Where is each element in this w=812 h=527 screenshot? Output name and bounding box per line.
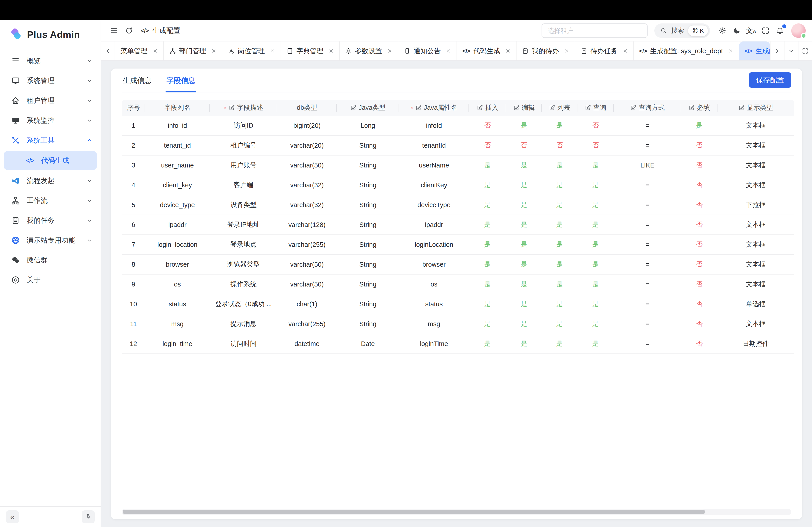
save-config-button[interactable]: 保存配置 <box>749 72 791 88</box>
cell-list-row-3[interactable]: 是 <box>542 155 577 175</box>
cell-required-row-12[interactable]: 否 <box>681 334 717 354</box>
cell-description-row-5[interactable]: 设备类型 <box>210 195 277 215</box>
page-tab-4[interactable]: 参数设置 <box>340 42 398 60</box>
cell-description-row-12[interactable]: 访问时间 <box>210 334 277 354</box>
cell-list-row-1[interactable]: 是 <box>542 116 577 136</box>
cell-description-row-1[interactable]: 访问ID <box>210 116 277 136</box>
column-header-display_type[interactable]: 显示类型 <box>717 100 794 116</box>
cell-list-row-2[interactable]: 否 <box>542 136 577 155</box>
cell-description-row-7[interactable]: 登录地点 <box>210 235 277 255</box>
cell-display_type-row-8[interactable]: 文本框 <box>717 255 794 274</box>
cell-required-row-7[interactable]: 否 <box>681 235 717 255</box>
cell-display_type-row-5[interactable]: 下拉框 <box>717 195 794 215</box>
cell-required-row-6[interactable]: 否 <box>681 215 717 235</box>
page-tab-8[interactable]: 待办任务 <box>575 42 634 60</box>
cell-query-row-1[interactable]: 否 <box>577 116 614 136</box>
horizontal-scrollbar-track[interactable] <box>122 509 791 515</box>
cell-java_type-row-12[interactable]: Date <box>337 334 399 354</box>
cell-java_field-row-8[interactable]: browser <box>399 255 469 274</box>
cell-java_field-row-6[interactable]: ipaddr <box>399 215 469 235</box>
cell-java_type-row-6[interactable]: String <box>337 215 399 235</box>
cell-query-row-6[interactable]: 是 <box>577 215 614 235</box>
cell-edit-row-2[interactable]: 否 <box>506 136 542 155</box>
sidebar-item-sub-5[interactable]: </>代码生成 <box>4 151 97 170</box>
cell-java_type-row-1[interactable]: Long <box>337 116 399 136</box>
cell-edit-row-6[interactable]: 是 <box>506 215 542 235</box>
close-icon[interactable] <box>564 48 569 54</box>
close-icon[interactable] <box>728 48 733 54</box>
cell-java_type-row-5[interactable]: String <box>337 195 399 215</box>
cell-query_type-row-11[interactable]: = <box>614 314 681 334</box>
sidebar-item-1[interactable]: 系统管理 <box>0 71 101 91</box>
cell-query_type-row-3[interactable]: LIKE <box>614 155 681 175</box>
page-tab-7[interactable]: 我的待办 <box>517 42 575 60</box>
sidebar-pin-button[interactable] <box>82 510 95 523</box>
content-fullscreen-button[interactable] <box>798 42 812 60</box>
cell-description-row-6[interactable]: 登录IP地址 <box>210 215 277 235</box>
sidebar-item-2[interactable]: 租户管理 <box>0 91 101 110</box>
cell-description-row-10[interactable]: 登录状态（0成功 ... <box>210 295 277 314</box>
close-icon[interactable] <box>153 48 158 54</box>
cell-required-row-4[interactable]: 否 <box>681 175 717 195</box>
cell-edit-row-8[interactable]: 是 <box>506 255 542 274</box>
language-button[interactable]: 文A <box>745 24 757 37</box>
cell-list-row-7[interactable]: 是 <box>542 235 577 255</box>
cell-display_type-row-10[interactable]: 单选框 <box>717 295 794 314</box>
close-icon[interactable] <box>270 48 275 54</box>
page-tab-10[interactable]: </>生成配置: sys_lo <box>739 42 770 60</box>
cell-insert-row-12[interactable]: 是 <box>469 334 506 354</box>
cell-insert-row-11[interactable]: 是 <box>469 314 506 334</box>
cell-insert-row-2[interactable]: 否 <box>469 136 506 155</box>
close-icon[interactable] <box>446 48 451 54</box>
cell-required-row-1[interactable]: 是 <box>681 116 717 136</box>
cell-edit-row-1[interactable]: 是 <box>506 116 542 136</box>
content-tab-0[interactable]: 生成信息 <box>122 76 153 92</box>
cell-query-row-5[interactable]: 是 <box>577 195 614 215</box>
cell-query-row-9[interactable]: 是 <box>577 274 614 295</box>
refresh-button[interactable] <box>123 24 135 37</box>
cell-edit-row-5[interactable]: 是 <box>506 195 542 215</box>
cell-java_type-row-4[interactable]: String <box>337 175 399 195</box>
cell-query_type-row-9[interactable]: = <box>614 274 681 295</box>
close-icon[interactable] <box>387 48 392 54</box>
cell-edit-row-11[interactable]: 是 <box>506 314 542 334</box>
column-header-edit[interactable]: 编辑 <box>506 100 542 116</box>
cell-insert-row-9[interactable]: 是 <box>469 274 506 295</box>
cell-query_type-row-6[interactable]: = <box>614 215 681 235</box>
cell-query_type-row-8[interactable]: = <box>614 255 681 274</box>
cell-edit-row-10[interactable]: 是 <box>506 295 542 314</box>
page-tab-0[interactable]: 菜单管理 <box>115 42 164 60</box>
cell-required-row-3[interactable]: 否 <box>681 155 717 175</box>
cell-query_type-row-10[interactable]: = <box>614 295 681 314</box>
cell-list-row-6[interactable]: 是 <box>542 215 577 235</box>
cell-insert-row-3[interactable]: 是 <box>469 155 506 175</box>
sidebar-item-9[interactable]: 演示站专用功能 <box>0 230 101 250</box>
cell-query-row-2[interactable]: 否 <box>577 136 614 155</box>
close-icon[interactable] <box>505 48 511 54</box>
column-header-description[interactable]: *字段描述 <box>210 100 277 116</box>
cell-display_type-row-12[interactable]: 日期控件 <box>717 334 794 354</box>
cell-edit-row-4[interactable]: 是 <box>506 175 542 195</box>
cell-edit-row-3[interactable]: 是 <box>506 155 542 175</box>
cell-description-row-8[interactable]: 浏览器类型 <box>210 255 277 274</box>
avatar[interactable] <box>791 24 806 38</box>
cell-java_field-row-10[interactable]: status <box>399 295 469 314</box>
cell-java_type-row-2[interactable]: String <box>337 136 399 155</box>
sidebar-item-3[interactable]: 系统监控 <box>0 110 101 130</box>
sidebar-item-6[interactable]: 流程发起 <box>0 171 101 191</box>
column-header-java_type[interactable]: Java类型 <box>337 100 399 116</box>
cell-display_type-row-9[interactable]: 文本框 <box>717 274 794 295</box>
cell-java_type-row-7[interactable]: String <box>337 235 399 255</box>
cell-java_field-row-1[interactable]: infoId <box>399 116 469 136</box>
cell-display_type-row-4[interactable]: 文本框 <box>717 175 794 195</box>
settings-button[interactable] <box>716 24 728 37</box>
cell-required-row-2[interactable]: 否 <box>681 136 717 155</box>
page-tab-1[interactable]: 部门管理 <box>164 42 222 60</box>
cell-required-row-11[interactable]: 否 <box>681 314 717 334</box>
cell-list-row-12[interactable]: 是 <box>542 334 577 354</box>
content-tab-1[interactable]: 字段信息 <box>165 76 196 92</box>
cell-list-row-8[interactable]: 是 <box>542 255 577 274</box>
cell-query-row-12[interactable]: 是 <box>577 334 614 354</box>
cell-java_field-row-12[interactable]: loginTime <box>399 334 469 354</box>
cell-query-row-7[interactable]: 是 <box>577 235 614 255</box>
